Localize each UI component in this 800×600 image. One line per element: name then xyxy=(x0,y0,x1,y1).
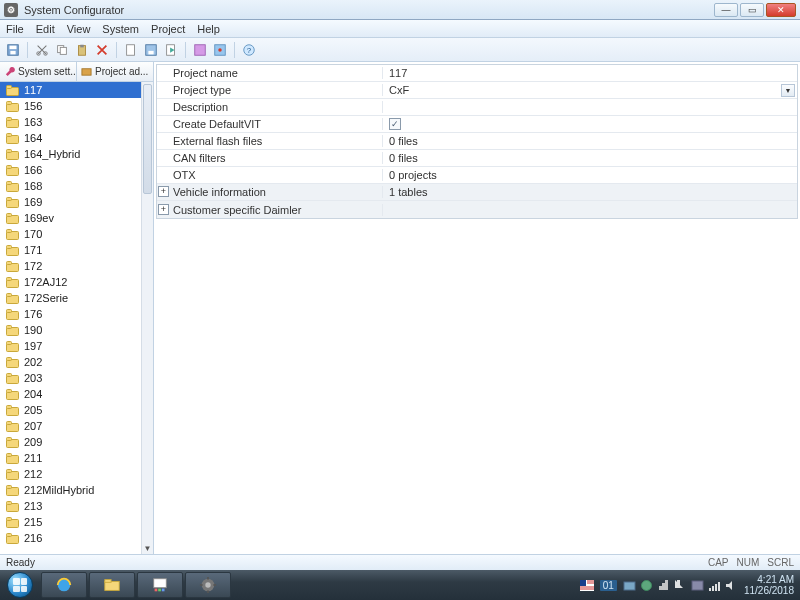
tray-icon[interactable] xyxy=(623,579,636,592)
tree-item[interactable]: 156 xyxy=(0,98,141,114)
folder-icon xyxy=(6,101,19,112)
scroll-thumb[interactable] xyxy=(143,84,152,194)
copy-icon[interactable] xyxy=(53,41,71,59)
tree-item[interactable]: 166 xyxy=(0,162,141,178)
tree-item[interactable]: 212MildHybrid xyxy=(0,482,141,498)
tree-item[interactable]: 164 xyxy=(0,130,141,146)
new-doc-icon[interactable] xyxy=(122,41,140,59)
action-center-icon[interactable] xyxy=(674,579,687,592)
help-icon[interactable]: ? xyxy=(240,41,258,59)
taskbar-app[interactable] xyxy=(185,572,231,598)
svg-rect-13 xyxy=(195,44,206,55)
tree-item[interactable]: 204 xyxy=(0,386,141,402)
chevron-down-icon[interactable]: ▼ xyxy=(781,84,795,97)
clock[interactable]: 4:21 AM 11/26/2018 xyxy=(744,574,794,596)
config2-icon[interactable] xyxy=(211,41,229,59)
tree-item[interactable]: 164_Hybrid xyxy=(0,146,141,162)
tree-item[interactable]: 212 xyxy=(0,466,141,482)
prop-value[interactable]: 0 projects xyxy=(383,169,797,181)
taskbar-explorer[interactable] xyxy=(89,572,135,598)
prop-value[interactable]: 117 xyxy=(383,67,797,79)
prop-otx[interactable]: OTX 0 projects xyxy=(157,167,797,184)
tree-item[interactable]: 197 xyxy=(0,338,141,354)
tree-item[interactable]: 176 xyxy=(0,306,141,322)
save-doc-icon[interactable] xyxy=(142,41,160,59)
prop-project-name[interactable]: Project name 117 xyxy=(157,65,797,82)
menu-system[interactable]: System xyxy=(102,23,139,35)
folder-icon xyxy=(6,485,19,496)
start-button[interactable] xyxy=(0,570,40,600)
tree-item[interactable]: 190 xyxy=(0,322,141,338)
delete-icon[interactable] xyxy=(93,41,111,59)
prop-vehicle-information[interactable]: + Vehicle information 1 tables xyxy=(157,184,797,201)
menu-project[interactable]: Project xyxy=(151,23,185,35)
prop-customer-specific[interactable]: + Customer specific Daimler xyxy=(157,201,797,218)
taskbar-ie[interactable] xyxy=(41,572,87,598)
prop-value[interactable]: 0 files xyxy=(383,152,797,164)
prop-value[interactable]: 0 files xyxy=(383,135,797,147)
checkbox-checked-icon[interactable]: ✓ xyxy=(389,118,401,130)
tree-item[interactable]: 172 xyxy=(0,258,141,274)
tree-scrollbar[interactable]: ▲ ▼ xyxy=(141,82,153,554)
menu-edit[interactable]: Edit xyxy=(36,23,55,35)
language-number[interactable]: 01 xyxy=(600,580,617,591)
scroll-down-icon[interactable]: ▼ xyxy=(142,542,153,554)
minimize-button[interactable]: ― xyxy=(714,3,738,17)
tree-item[interactable]: 168 xyxy=(0,178,141,194)
tree-item[interactable]: 172Serie xyxy=(0,290,141,306)
tray-icon[interactable] xyxy=(640,579,653,592)
tree-item[interactable]: 169 xyxy=(0,194,141,210)
menu-help[interactable]: Help xyxy=(197,23,220,35)
prop-project-type[interactable]: Project type CxF ▼ xyxy=(157,82,797,99)
tree-item[interactable]: 215 xyxy=(0,514,141,530)
expander-plus-icon[interactable]: + xyxy=(158,186,169,197)
tree-item-label: 171 xyxy=(24,244,42,256)
tree-item[interactable]: 213 xyxy=(0,498,141,514)
config1-icon[interactable] xyxy=(191,41,209,59)
prop-value[interactable]: CxF ▼ xyxy=(383,84,797,97)
folder-icon xyxy=(6,293,19,304)
save-icon[interactable] xyxy=(4,41,22,59)
tree-item[interactable]: 169ev xyxy=(0,210,141,226)
paste-icon[interactable] xyxy=(73,41,91,59)
taskbar-paint[interactable] xyxy=(137,572,183,598)
tree-item-label: 117 xyxy=(24,84,42,96)
close-button[interactable]: ✕ xyxy=(766,3,796,17)
prop-value[interactable]: ✓ xyxy=(383,118,797,130)
svg-rect-28 xyxy=(7,149,12,152)
prop-create-default-vit[interactable]: Create DefaultVIT ✓ xyxy=(157,116,797,133)
menu-view[interactable]: View xyxy=(67,23,91,35)
tree-item[interactable]: 216 xyxy=(0,530,141,546)
tree-item[interactable]: 205 xyxy=(0,402,141,418)
svg-rect-42 xyxy=(7,261,12,264)
expander-plus-icon[interactable]: + xyxy=(158,204,169,215)
menu-file[interactable]: File xyxy=(6,23,24,35)
tree-item[interactable]: 202 xyxy=(0,354,141,370)
language-indicator-icon[interactable] xyxy=(580,580,594,591)
tree-item-label: 172AJ12 xyxy=(24,276,67,288)
tree-item[interactable]: 171 xyxy=(0,242,141,258)
maximize-button[interactable]: ▭ xyxy=(740,3,764,17)
tray-icon[interactable] xyxy=(691,579,704,592)
tree-item[interactable]: 209 xyxy=(0,434,141,450)
tree-item-label: 172Serie xyxy=(24,292,68,304)
export-icon[interactable] xyxy=(162,41,180,59)
svg-rect-54 xyxy=(7,357,12,360)
tree-item[interactable]: 170 xyxy=(0,226,141,242)
tab-system-settings[interactable]: System sett... xyxy=(0,62,77,81)
tree-item[interactable]: 163 xyxy=(0,114,141,130)
tree-item[interactable]: 172AJ12 xyxy=(0,274,141,290)
tree-item[interactable]: 207 xyxy=(0,418,141,434)
tab-project-admin[interactable]: Project ad... xyxy=(77,62,153,81)
prop-description[interactable]: Description xyxy=(157,99,797,116)
tray-icon[interactable] xyxy=(657,579,670,592)
cut-icon[interactable] xyxy=(33,41,51,59)
volume-icon[interactable] xyxy=(725,579,738,592)
network-icon[interactable] xyxy=(708,579,721,592)
prop-external-flash[interactable]: External flash files 0 files xyxy=(157,133,797,150)
tree-item[interactable]: 203 xyxy=(0,370,141,386)
prop-can-filters[interactable]: CAN filters 0 files xyxy=(157,150,797,167)
tree-item[interactable]: 211 xyxy=(0,450,141,466)
tree-item[interactable]: 117 xyxy=(0,82,141,98)
svg-point-15 xyxy=(218,48,222,52)
